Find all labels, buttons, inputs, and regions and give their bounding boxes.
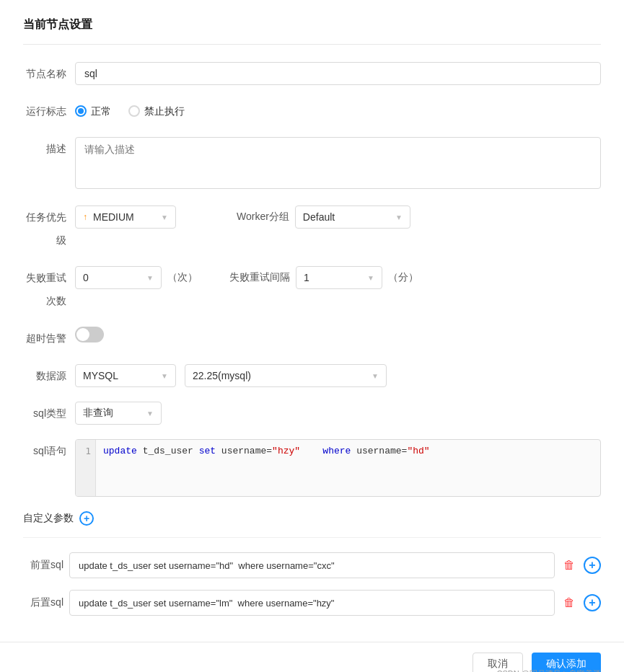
- sql-where-val: "hd": [407, 446, 429, 456]
- timeout-content: [75, 327, 601, 342]
- custom-params-label: 自定义参数: [23, 512, 74, 525]
- pre-sql-label: 前置sql: [23, 559, 63, 572]
- retry-count-unit: （次）: [167, 271, 198, 284]
- worker-arrow-icon: ▼: [395, 213, 403, 221]
- node-name-label: 节点名称: [23, 62, 75, 85]
- sql-type-value: 非查询: [83, 407, 141, 420]
- priority-arrow-icon: ▼: [161, 213, 168, 221]
- retry-interval-value: 1: [304, 272, 361, 283]
- pre-sql-row: 前置sql 🗑 +: [23, 552, 601, 578]
- pre-sql-delete-button[interactable]: 🗑: [561, 557, 578, 574]
- retry-interval-col: 失败重试间隔 1 ▼ （分）: [229, 266, 418, 289]
- priority-worker-cols: ↑ MEDIUM ▼ Worker分组 Default ▼: [75, 205, 601, 229]
- radio-normal-circle: [75, 105, 87, 117]
- timeout-row: 超时告警: [23, 327, 601, 350]
- fail-retry-content: 0 ▼ （次） 失败重试间隔 1 ▼ （分）: [75, 266, 601, 289]
- retry-interval-arrow-icon: ▼: [367, 274, 374, 282]
- worker-label: Worker分组: [237, 211, 289, 224]
- datasource-content: MYSQL ▼ 22.25(mysql) ▼: [75, 364, 601, 387]
- sql-sentence-label: sql语句: [23, 439, 75, 462]
- retry-count-select[interactable]: 0 ▼: [75, 266, 162, 289]
- priority-col: ↑ MEDIUM ▼: [75, 205, 176, 229]
- sql-type-label: sql类型: [23, 402, 75, 425]
- divider: [23, 537, 601, 538]
- sql-where-col: username=: [356, 446, 407, 456]
- sql-type-arrow-icon: ▼: [146, 410, 154, 417]
- description-row: 描述: [23, 137, 601, 191]
- post-sql-label: 后置sql: [23, 596, 63, 609]
- sql-keyword-set: set: [199, 446, 216, 456]
- radio-stop-label: 禁止执行: [144, 100, 185, 123]
- description-content: [75, 137, 601, 191]
- radio-stop[interactable]: 禁止执行: [128, 100, 185, 123]
- worker-value: Default: [303, 211, 390, 223]
- line-numbers: 1: [76, 440, 96, 496]
- post-sql-input[interactable]: [69, 590, 555, 616]
- priority-label: 任务优先级: [23, 205, 75, 252]
- datasource-type-value: MYSQL: [83, 370, 155, 381]
- datasource-type-arrow-icon: ▼: [161, 372, 168, 380]
- priority-icon: ↑: [83, 212, 87, 222]
- post-sql-add-button[interactable]: +: [584, 594, 601, 611]
- priority-value: MEDIUM: [93, 211, 155, 223]
- pre-sql-add-button[interactable]: +: [584, 557, 601, 574]
- pre-sql-input[interactable]: [69, 552, 555, 578]
- datasource-type-select[interactable]: MYSQL ▼: [75, 364, 176, 387]
- datasource-name-arrow-icon: ▼: [372, 372, 379, 380]
- sql-sentence-row: sql语句 1 update t_ds_user set username="h…: [23, 439, 601, 497]
- fail-retry-label: 失败重试次数: [23, 266, 75, 312]
- node-name-row: 节点名称: [23, 62, 601, 85]
- sql-set-col: username=: [221, 446, 272, 456]
- sql-keyword-where: where: [322, 446, 351, 456]
- post-sql-row: 后置sql 🗑 +: [23, 590, 601, 616]
- worker-select[interactable]: Default ▼: [295, 205, 410, 229]
- priority-select[interactable]: ↑ MEDIUM ▼: [75, 205, 176, 229]
- datasource-name-select[interactable]: 22.25(mysql) ▼: [185, 364, 387, 387]
- retry-count-arrow-icon: ▼: [146, 274, 154, 282]
- retry-interval-unit: （分）: [388, 271, 418, 284]
- retry-interval-label: 失败重试间隔: [229, 271, 290, 284]
- sql-editor[interactable]: 1 update t_ds_user set username="hzy" wh…: [75, 439, 601, 497]
- page-title: 当前节点设置: [23, 17, 601, 45]
- retry-count-value: 0: [83, 272, 141, 283]
- sql-code-content: update t_ds_user set username="hzy" wher…: [96, 440, 600, 496]
- fail-retry-cols: 0 ▼ （次） 失败重试间隔 1 ▼ （分）: [75, 266, 601, 289]
- timeout-label: 超时告警: [23, 327, 75, 350]
- radio-normal-label: 正常: [91, 100, 111, 123]
- watermark: CSDN @明月清风丶良宵美酒: [497, 668, 601, 672]
- run-flag-content: 正常 禁止执行: [75, 100, 601, 123]
- node-name-content: [75, 62, 601, 85]
- sql-spacer: [306, 446, 317, 456]
- timeout-toggle[interactable]: [75, 327, 104, 342]
- sql-type-content: 非查询 ▼: [75, 402, 601, 425]
- sql-set-val: "hzy": [272, 446, 300, 456]
- datasource-name-value: 22.25(mysql): [193, 370, 366, 381]
- run-flag-row: 运行标志 正常 禁止执行: [23, 100, 601, 123]
- sql-sentence-content: 1 update t_ds_user set username="hzy" wh…: [75, 439, 601, 497]
- priority-worker-content: ↑ MEDIUM ▼ Worker分组 Default ▼: [75, 205, 601, 229]
- priority-worker-row: 任务优先级 ↑ MEDIUM ▼ Worker分组 Default ▼: [23, 205, 601, 252]
- description-textarea[interactable]: [75, 137, 601, 189]
- datasource-row: 数据源 MYSQL ▼ 22.25(mysql) ▼: [23, 364, 601, 387]
- footer-bar: 取消 确认添加: [0, 642, 624, 672]
- fail-retry-row: 失败重试次数 0 ▼ （次） 失败重试间隔 1 ▼ （分）: [23, 266, 601, 312]
- sql-table-name: t_ds_user: [143, 446, 199, 456]
- page-container: 当前节点设置 节点名称 运行标志 正常 禁止执行 描述 任务优先级: [0, 0, 624, 672]
- datasource-label: 数据源: [23, 364, 75, 387]
- description-label: 描述: [23, 137, 75, 160]
- custom-params-section: 自定义参数 +: [23, 511, 601, 526]
- worker-col: Worker分组 Default ▼: [237, 205, 410, 229]
- sql-type-select[interactable]: 非查询 ▼: [75, 402, 162, 425]
- retry-count-col: 0 ▼ （次）: [75, 266, 198, 289]
- sql-keyword-update: update: [103, 446, 137, 456]
- radio-stop-circle: [128, 105, 140, 117]
- custom-params-add-button[interactable]: +: [79, 511, 94, 526]
- run-flag-label: 运行标志: [23, 100, 75, 123]
- radio-normal[interactable]: 正常: [75, 100, 111, 123]
- sql-type-row: sql类型 非查询 ▼: [23, 402, 601, 425]
- node-name-input[interactable]: [75, 62, 601, 85]
- post-sql-delete-button[interactable]: 🗑: [561, 594, 578, 611]
- retry-interval-select[interactable]: 1 ▼: [296, 266, 382, 289]
